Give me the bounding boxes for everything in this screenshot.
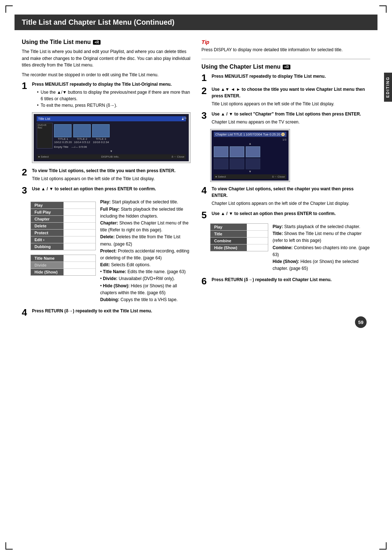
edit-submenu-titlename[interactable]: Title Name	[31, 255, 64, 262]
screen-footer-close: δ→ Close	[172, 155, 184, 158]
right-step-4-number: 4	[201, 186, 209, 195]
menu-item-delete[interactable]: Delete	[31, 223, 64, 229]
right-menu-row-combine[interactable]: Combine	[211, 238, 268, 244]
step-1-bullets: Use the ▲/▼ buttons to display the previ…	[37, 89, 191, 109]
right-menu-item-combine[interactable]: Combine	[211, 238, 247, 244]
edit-submenu-row-titlename[interactable]: Title Name	[31, 255, 95, 262]
right-menu-row-title[interactable]: Title	[211, 231, 268, 238]
title-list-screen: Title List ▲ 1/4 DVD+R Rec	[32, 112, 191, 163]
rec-label: Rec	[38, 126, 52, 129]
corner-tl	[5, 5, 13, 13]
menu-row-delete[interactable]: Delete	[31, 223, 95, 230]
chapter-screen-inner: Chapter List TITLE 1 10/07/2004 Tue 0:25…	[212, 130, 289, 181]
right-menu-table-wrap: Play Title Combine Hide (Show)	[210, 223, 268, 272]
right-menu-row-play[interactable]: Play	[211, 224, 268, 231]
corner-bl	[5, 542, 13, 550]
desc-hideshow: • Hide (Show): Hides (or Shows) the all …	[100, 283, 191, 296]
step-2-extra: Title List options appears on the left s…	[32, 175, 191, 182]
right-step-2-number: 2	[201, 86, 209, 96]
edit-submenu-hideshow[interactable]: Hide (Show)	[31, 269, 64, 275]
menu-row-dubbing[interactable]: Dubbing	[31, 243, 95, 250]
menu-table-left: Play Full Play Chapter Delete Protect	[30, 199, 96, 303]
step-1-bold: Press MENU/LIST repeatedly to display th…	[32, 82, 172, 87]
editing-sidebar: EDITING	[384, 73, 392, 102]
menu-item-edit[interactable]: Edit	[31, 236, 64, 243]
right-menu-row-hideshow[interactable]: Hide (Show)	[211, 244, 268, 251]
right-menu-item-play[interactable]: Play	[211, 224, 247, 230]
left-section-title: Using the Title List menu	[22, 39, 91, 45]
desc-protect: Protect: Protects accidental recording, …	[100, 248, 191, 262]
right-menu-item-hideshow[interactable]: Hide (Show)	[211, 244, 247, 251]
step-4-left: 4 Press RETURN (δ→) repeatedly to exit t…	[22, 308, 191, 317]
right-desc-play: Play: Starts playback of the selected ch…	[273, 223, 370, 230]
right-step-2-bold: Use ▲▼ ◄ ► to choose the title you want …	[212, 87, 365, 98]
chapter-thumb-empty-1	[214, 158, 228, 169]
right-step-2-content: Use ▲▼ ◄ ► to choose the title you want …	[212, 86, 370, 107]
chapter-screen-title1: TITLE 1	[233, 133, 245, 136]
tip-text: Press DISPLAY to display more detailed t…	[201, 46, 370, 53]
left-column: Using the Title List menu +R The Title L…	[22, 39, 191, 321]
thumb-3	[92, 124, 110, 137]
page-number-badge: 59	[355, 316, 367, 328]
chapter-list-screen: Chapter List TITLE 1 10/07/2004 Tue 0:25…	[210, 129, 290, 182]
right-step-4: 4 To view Chapter List options, select t…	[201, 186, 370, 207]
dvd-rw-label: DVD+R	[38, 124, 52, 126]
chapter-pagination: 1/3	[214, 138, 286, 141]
screen-footer-info: DISP/UB Info.	[101, 155, 119, 158]
chapter-thumb-empty-3	[246, 158, 260, 169]
screen-pagination-1: 1/4	[182, 116, 187, 120]
right-step-1-number: 1	[201, 73, 209, 82]
right-step-3-content: Use ▲ / ▼ to select "Chapter" from Title…	[212, 111, 370, 125]
step-4-left-number: 4	[22, 308, 30, 317]
chapter-thumb-1	[214, 146, 228, 157]
right-step-5-content: Use ▲ / ▼ to select an option then press…	[212, 210, 370, 217]
menu-item-protect[interactable]: Protect	[31, 230, 64, 236]
menu-row-protect[interactable]: Protect	[31, 230, 95, 236]
edit-submenu-row-divide[interactable]: Divide	[31, 262, 95, 269]
right-menu-descriptions: Play: Starts playback of the selected ch…	[273, 223, 370, 272]
thumb-1-label: TITLE 1	[54, 137, 72, 141]
menu-row-fullplay[interactable]: Full Play	[31, 209, 95, 216]
menu-area: Play Full Play Chapter Delete Protect	[30, 199, 191, 303]
menu-row-play[interactable]: Play	[31, 202, 95, 209]
step-1-content: Press MENU/LIST repeatedly to display th…	[32, 81, 191, 109]
desc-play: Play: Start playback of the selected tit…	[100, 199, 191, 206]
right-menu-area: Play Title Combine Hide (Show)	[210, 223, 370, 272]
chapter-thumb-2	[230, 146, 244, 157]
right-step-1-content: Press MENU/LIST repeatedly to display Ti…	[212, 73, 370, 80]
right-menu-item-title[interactable]: Title	[211, 231, 247, 237]
menu-item-chapter[interactable]: Chapter	[31, 216, 64, 222]
tip-section: Tip Press DISPLAY to display more detail…	[201, 39, 370, 53]
right-step-5-bold: Use ▲ / ▼ to select an option then press…	[212, 211, 336, 216]
screen-title-bar-1: Title List ▲	[37, 116, 186, 121]
menu-item-play[interactable]: Play	[31, 202, 64, 208]
left-section-heading: Using the Title List menu +R	[22, 39, 191, 45]
chapter-thumb-3	[246, 146, 260, 157]
right-desc-combine: Combine: Combines two chapters into one.…	[273, 244, 370, 258]
step-3-number: 3	[22, 186, 30, 195]
right-step-2: 2 Use ▲▼ ◄ ► to choose the title you wan…	[201, 86, 370, 107]
right-step-1-bold: Press MENU/LIST repeatedly to display Ti…	[212, 74, 326, 79]
chapter-empty-row	[214, 158, 286, 169]
tip-icon: T	[201, 39, 205, 45]
edit-submenu-row-hideshow[interactable]: Hide (Show)	[31, 269, 95, 275]
right-step-6-bold: Press RETURN (δ→) repeatedly to exit Cha…	[212, 277, 332, 282]
chapter-screen-title: Chapter List	[215, 133, 233, 136]
desc-edit: Edit: Selects Edit options.	[100, 262, 191, 268]
thumb-2-date: 10/14 0:5:12	[73, 141, 91, 144]
step-4-left-bold: Press RETURN (δ→) repeatedly to exit the…	[32, 308, 152, 313]
screen-triangle-down: ▼	[37, 150, 186, 153]
right-column: Tip Press DISPLAY to display more detail…	[201, 39, 370, 321]
step-2-bold: To view Title List options, select the t…	[32, 168, 176, 173]
desc-chapter: Chapter: Shows the Chapter List menu of …	[100, 220, 191, 234]
menu-row-chapter[interactable]: Chapter	[31, 216, 95, 223]
menu-item-dubbing[interactable]: Dubbing	[31, 243, 64, 250]
desc-divide: • Divide: Unavailabel (DVD+RW only).	[100, 275, 191, 282]
desc-delete: Delete: Deletes the title from the Title…	[100, 234, 191, 247]
intro-para-2: The recorder must be stopped in order to…	[22, 72, 191, 78]
tip-divider	[201, 59, 370, 59]
menu-item-fullplay[interactable]: Full Play	[31, 209, 64, 215]
chapter-thumbs	[214, 146, 286, 157]
menu-row-edit[interactable]: Edit	[31, 236, 95, 243]
right-step-5: 5 Use ▲ / ▼ to select an option then pre…	[201, 210, 370, 220]
